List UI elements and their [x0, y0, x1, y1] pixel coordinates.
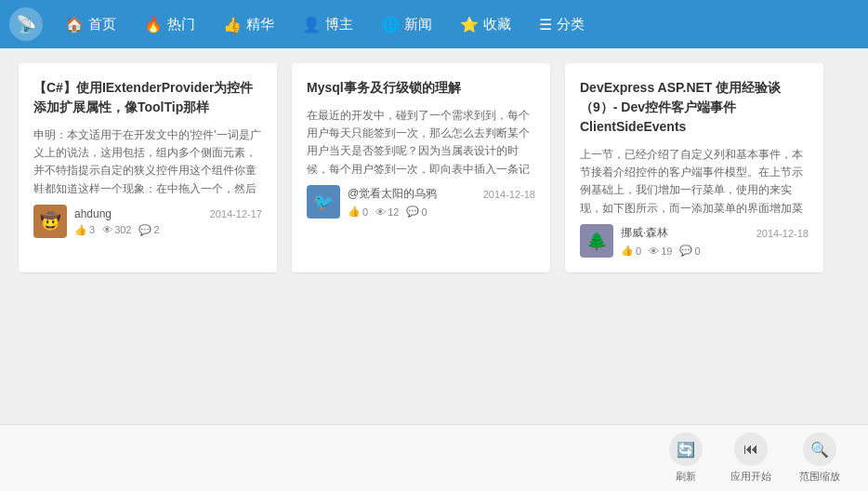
news-label: 新闻 [404, 16, 432, 33]
comments-count: 0 [421, 206, 427, 218]
bottom-bar: 🔄 刷新 ⏮ 应用开始 🔍 范围缩放 [0, 424, 868, 491]
nav-item-hot[interactable]: 🔥热门 [131, 10, 208, 39]
featured-label: 精华 [246, 16, 274, 33]
nav-item-blogger[interactable]: 👤博主 [289, 10, 366, 39]
card-meta: ahdung 2014-12-17 👍 3 👁 302 💬 2 [74, 207, 262, 236]
likes-count: 3 [89, 224, 95, 235]
navbar: 📡 🏠首页🔥热门👍精华👤博主🌐新闻⭐收藏☰分类 [0, 0, 868, 48]
blogger-icon: 👤 [302, 16, 321, 33]
comments-count: 0 [694, 246, 700, 257]
like-icon: 👍 [621, 245, 634, 257]
nav-item-category[interactable]: ☰分类 [526, 10, 598, 39]
news-icon: 🌐 [381, 16, 400, 33]
likes-count: 0 [636, 246, 641, 257]
views-stat: 👁 12 [375, 206, 399, 218]
bottom-action-refresh[interactable]: 🔄 刷新 [669, 432, 703, 484]
logo-icon: 📡 [16, 14, 36, 34]
card-date: 2014-12-18 [483, 189, 535, 200]
category-icon: ☰ [539, 16, 552, 33]
refresh-icon: 🔄 [669, 432, 703, 466]
card-title: DevExpress ASP.NET 使用经验谈（9）- Dev控件客户端事件 … [580, 78, 809, 137]
card-date: 2014-12-18 [756, 228, 809, 239]
nav-item-favorites[interactable]: ⭐收藏 [447, 10, 524, 39]
likes-stat: 👍 0 [621, 245, 641, 257]
likes-stat: 👍 3 [74, 224, 95, 236]
card-footer: 🤠 ahdung 2014-12-17 👍 3 👁 302 [33, 205, 262, 238]
comments-stat: 💬 0 [406, 206, 427, 218]
card-author: ahdung [74, 207, 112, 220]
card-stats: 👍 0 👁 19 💬 0 [621, 245, 809, 257]
zoom-label: 范围缩放 [799, 470, 840, 484]
category-label: 分类 [557, 16, 585, 33]
card-excerpt: 在最近的开发中，碰到了一个需求到到，每个用户每天只能签到一次，那么怎么去判断某个… [307, 107, 535, 174]
nav-item-news[interactable]: 🌐新闻 [368, 10, 445, 39]
card-card1[interactable]: 【C#】使用IExtenderProvider为控件添加扩展属性，像ToolTi… [19, 63, 277, 272]
favorites-label: 收藏 [483, 16, 511, 33]
hot-icon: 🔥 [144, 16, 163, 33]
card-meta: @觉看太阳的乌鸦 2014-12-18 👍 0 👁 12 💬 0 [348, 186, 535, 218]
zoom-icon: 🔍 [803, 432, 836, 466]
view-icon: 👁 [649, 246, 659, 257]
comments-count: 2 [153, 224, 159, 235]
card-stats: 👍 0 👁 12 💬 0 [348, 206, 535, 218]
card-title: 【C#】使用IExtenderProvider为控件添加扩展属性，像ToolTi… [33, 78, 262, 117]
views-count: 19 [661, 246, 672, 257]
comment-icon: 💬 [679, 245, 692, 257]
card-footer: 🌲 挪威·森林 2014-12-18 👍 0 👁 19 [580, 224, 809, 258]
view-icon: 👁 [375, 206, 386, 218]
home-icon: 🏠 [65, 16, 84, 33]
comments-stat: 💬 2 [138, 224, 159, 236]
bottom-action-zoom[interactable]: 🔍 范围缩放 [799, 432, 840, 484]
favorites-icon: ⭐ [460, 16, 479, 33]
views-stat: 👁 302 [102, 224, 131, 236]
home-label: 首页 [88, 16, 116, 33]
card-excerpt: 上一节，已经介绍了自定义列和基本事件，本节接着介绍控件的客户端事件模型。在上节示… [580, 146, 809, 213]
card-card3[interactable]: DevExpress ASP.NET 使用经验谈（9）- Dev控件客户端事件 … [565, 63, 823, 272]
author-avatar: 🤠 [33, 205, 67, 238]
hot-label: 热门 [167, 16, 195, 33]
like-icon: 👍 [74, 224, 87, 236]
likes-stat: 👍 0 [348, 206, 368, 218]
comment-icon: 💬 [406, 206, 419, 218]
card-excerpt: 申明：本文适用于在开发文中的'控件'一词是广义上的说法，这用包括，组内多个侧面元… [33, 126, 262, 193]
card-footer: 🐦 @觉看太阳的乌鸦 2014-12-18 👍 0 👁 12 [307, 185, 535, 219]
author-avatar: 🌲 [580, 224, 613, 258]
card-author: @觉看太阳的乌鸦 [348, 186, 437, 202]
card-author: 挪威·森林 [621, 225, 668, 241]
views-count: 12 [388, 206, 399, 218]
view-icon: 👁 [102, 224, 112, 235]
card-meta: 挪威·森林 2014-12-18 👍 0 👁 19 💬 0 [621, 225, 809, 257]
nav-item-featured[interactable]: 👍精华 [210, 10, 287, 39]
back-label: 应用开始 [730, 470, 771, 484]
nav-item-home[interactable]: 🏠首页 [52, 10, 129, 39]
comments-stat: 💬 0 [679, 245, 700, 257]
back-icon: ⏮ [734, 432, 768, 466]
bottom-action-back[interactable]: ⏮ 应用开始 [730, 432, 771, 484]
blogger-label: 博主 [325, 16, 353, 33]
refresh-label: 刷新 [676, 470, 696, 484]
card-date: 2014-12-17 [210, 208, 262, 219]
likes-count: 0 [362, 206, 368, 218]
logo[interactable]: 📡 [9, 7, 43, 41]
views-stat: 👁 19 [649, 245, 672, 257]
main-content: 【C#】使用IExtenderProvider为控件添加扩展属性，像ToolTi… [0, 48, 868, 287]
views-count: 302 [114, 224, 131, 235]
featured-icon: 👍 [223, 16, 242, 33]
card-stats: 👍 3 👁 302 💬 2 [74, 224, 262, 236]
comment-icon: 💬 [138, 224, 151, 236]
author-avatar: 🐦 [307, 185, 340, 219]
card-card2[interactable]: Mysql事务及行级锁的理解 在最近的开发中，碰到了一个需求到到，每个用户每天只… [292, 63, 550, 272]
card-title: Mysql事务及行级锁的理解 [307, 78, 535, 98]
like-icon: 👍 [348, 206, 361, 218]
